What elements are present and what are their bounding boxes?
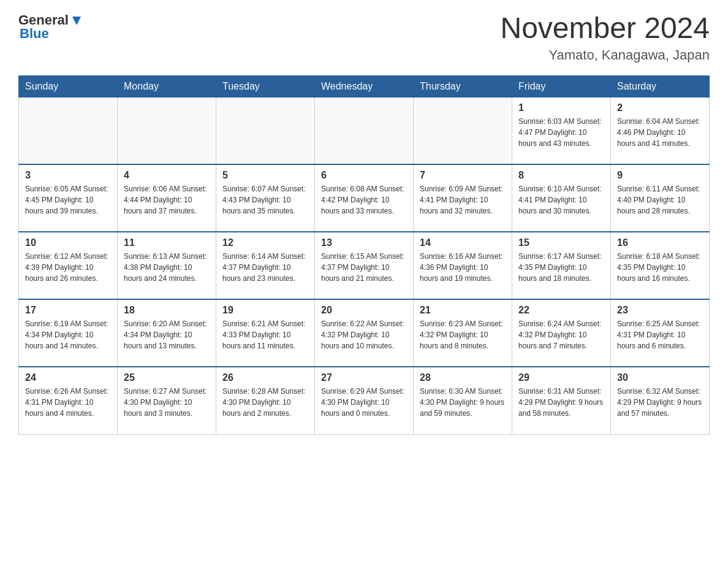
week-row-1: 1Sunrise: 6:03 AM Sunset: 4:47 PM Daylig… [19,97,710,164]
day-number: 9 [617,170,703,181]
calendar-cell: 22Sunrise: 6:24 AM Sunset: 4:32 PM Dayli… [512,299,611,367]
day-info: Sunrise: 6:11 AM Sunset: 4:40 PM Dayligh… [617,183,703,216]
week-row-5: 24Sunrise: 6:26 AM Sunset: 4:31 PM Dayli… [19,367,710,434]
day-info: Sunrise: 6:10 AM Sunset: 4:41 PM Dayligh… [518,183,604,216]
calendar-cell: 10Sunrise: 6:12 AM Sunset: 4:39 PM Dayli… [19,232,118,299]
day-info: Sunrise: 6:26 AM Sunset: 4:31 PM Dayligh… [25,386,111,419]
day-number: 21 [420,305,506,316]
day-number: 5 [222,170,308,181]
calendar-cell [414,97,512,164]
day-info: Sunrise: 6:32 AM Sunset: 4:29 PM Dayligh… [617,386,703,419]
calendar-cell: 17Sunrise: 6:19 AM Sunset: 4:34 PM Dayli… [19,299,118,367]
day-number: 23 [617,305,703,316]
day-info: Sunrise: 6:17 AM Sunset: 4:35 PM Dayligh… [518,251,604,284]
calendar-cell: 23Sunrise: 6:25 AM Sunset: 4:31 PM Dayli… [611,299,710,367]
day-number: 17 [25,305,111,316]
day-info: Sunrise: 6:25 AM Sunset: 4:31 PM Dayligh… [617,318,703,351]
calendar-cell: 3Sunrise: 6:05 AM Sunset: 4:45 PM Daylig… [19,164,118,232]
calendar-cell [19,97,118,164]
day-number: 28 [420,372,506,383]
day-number: 13 [321,237,407,248]
column-header-sunday: Sunday [19,75,118,97]
day-info: Sunrise: 6:31 AM Sunset: 4:29 PM Dayligh… [518,386,604,419]
day-info: Sunrise: 6:18 AM Sunset: 4:35 PM Dayligh… [617,251,703,284]
week-row-3: 10Sunrise: 6:12 AM Sunset: 4:39 PM Dayli… [19,232,710,299]
logo-arrow-icon [70,14,83,28]
calendar-cell: 16Sunrise: 6:18 AM Sunset: 4:35 PM Dayli… [611,232,710,299]
column-header-wednesday: Wednesday [315,75,414,97]
column-header-tuesday: Tuesday [216,75,315,97]
day-info: Sunrise: 6:08 AM Sunset: 4:42 PM Dayligh… [321,183,407,216]
column-header-friday: Friday [512,75,611,97]
day-info: Sunrise: 6:05 AM Sunset: 4:45 PM Dayligh… [25,183,111,216]
day-info: Sunrise: 6:15 AM Sunset: 4:37 PM Dayligh… [321,251,407,284]
day-info: Sunrise: 6:16 AM Sunset: 4:36 PM Dayligh… [420,251,506,284]
day-number: 25 [124,372,210,383]
day-info: Sunrise: 6:14 AM Sunset: 4:37 PM Dayligh… [222,251,308,284]
column-header-thursday: Thursday [414,75,512,97]
day-info: Sunrise: 6:20 AM Sunset: 4:34 PM Dayligh… [124,318,210,351]
calendar-cell: 28Sunrise: 6:30 AM Sunset: 4:30 PM Dayli… [414,367,512,434]
calendar-cell: 12Sunrise: 6:14 AM Sunset: 4:37 PM Dayli… [216,232,315,299]
calendar-subtitle: Yamato, Kanagawa, Japan [500,47,710,63]
day-info: Sunrise: 6:13 AM Sunset: 4:38 PM Dayligh… [124,251,210,284]
calendar-cell: 24Sunrise: 6:26 AM Sunset: 4:31 PM Dayli… [19,367,118,434]
page-header: General Blue November 2024 Yamato, Kanag… [18,12,710,63]
day-number: 15 [518,237,604,248]
calendar-cell: 7Sunrise: 6:09 AM Sunset: 4:41 PM Daylig… [414,164,512,232]
calendar-cell: 13Sunrise: 6:15 AM Sunset: 4:37 PM Dayli… [315,232,414,299]
day-info: Sunrise: 6:27 AM Sunset: 4:30 PM Dayligh… [124,386,210,419]
day-number: 10 [25,237,111,248]
calendar-cell: 15Sunrise: 6:17 AM Sunset: 4:35 PM Dayli… [512,232,611,299]
day-number: 14 [420,237,506,248]
day-number: 7 [420,170,506,181]
day-number: 6 [321,170,407,181]
calendar-cell: 18Sunrise: 6:20 AM Sunset: 4:34 PM Dayli… [118,299,216,367]
day-info: Sunrise: 6:22 AM Sunset: 4:32 PM Dayligh… [321,318,407,351]
calendar-cell: 27Sunrise: 6:29 AM Sunset: 4:30 PM Dayli… [315,367,414,434]
day-info: Sunrise: 6:23 AM Sunset: 4:32 PM Dayligh… [420,318,506,351]
day-info: Sunrise: 6:29 AM Sunset: 4:30 PM Dayligh… [321,386,407,419]
column-header-saturday: Saturday [611,75,710,97]
day-info: Sunrise: 6:03 AM Sunset: 4:47 PM Dayligh… [518,116,604,149]
calendar-cell: 9Sunrise: 6:11 AM Sunset: 4:40 PM Daylig… [611,164,710,232]
calendar-cell: 1Sunrise: 6:03 AM Sunset: 4:47 PM Daylig… [512,97,611,164]
day-number: 27 [321,372,407,383]
day-number: 30 [617,372,703,383]
logo-blue-text: Blue [20,26,49,42]
day-info: Sunrise: 6:12 AM Sunset: 4:39 PM Dayligh… [25,251,111,284]
logo: General Blue [18,12,83,42]
calendar-cell: 26Sunrise: 6:28 AM Sunset: 4:30 PM Dayli… [216,367,315,434]
day-info: Sunrise: 6:19 AM Sunset: 4:34 PM Dayligh… [25,318,111,351]
column-header-monday: Monday [118,75,216,97]
day-number: 22 [518,305,604,316]
calendar-cell: 20Sunrise: 6:22 AM Sunset: 4:32 PM Dayli… [315,299,414,367]
day-info: Sunrise: 6:28 AM Sunset: 4:30 PM Dayligh… [222,386,308,419]
title-container: November 2024 Yamato, Kanagawa, Japan [500,12,710,63]
svg-marker-0 [72,17,81,25]
day-info: Sunrise: 6:30 AM Sunset: 4:30 PM Dayligh… [420,386,506,419]
calendar-cell: 21Sunrise: 6:23 AM Sunset: 4:32 PM Dayli… [414,299,512,367]
day-number: 1 [518,102,604,113]
calendar-cell: 4Sunrise: 6:06 AM Sunset: 4:44 PM Daylig… [118,164,216,232]
day-number: 19 [222,305,308,316]
calendar-cell: 30Sunrise: 6:32 AM Sunset: 4:29 PM Dayli… [611,367,710,434]
week-row-2: 3Sunrise: 6:05 AM Sunset: 4:45 PM Daylig… [19,164,710,232]
day-info: Sunrise: 6:06 AM Sunset: 4:44 PM Dayligh… [124,183,210,216]
day-number: 11 [124,237,210,248]
day-info: Sunrise: 6:09 AM Sunset: 4:41 PM Dayligh… [420,183,506,216]
day-info: Sunrise: 6:24 AM Sunset: 4:32 PM Dayligh… [518,318,604,351]
day-number: 29 [518,372,604,383]
calendar-cell: 14Sunrise: 6:16 AM Sunset: 4:36 PM Dayli… [414,232,512,299]
day-number: 26 [222,372,308,383]
calendar-cell [118,97,216,164]
day-number: 4 [124,170,210,181]
calendar-cell: 8Sunrise: 6:10 AM Sunset: 4:41 PM Daylig… [512,164,611,232]
day-number: 16 [617,237,703,248]
day-number: 20 [321,305,407,316]
calendar-cell: 29Sunrise: 6:31 AM Sunset: 4:29 PM Dayli… [512,367,611,434]
day-number: 3 [25,170,111,181]
day-info: Sunrise: 6:04 AM Sunset: 4:46 PM Dayligh… [617,116,703,149]
day-info: Sunrise: 6:07 AM Sunset: 4:43 PM Dayligh… [222,183,308,216]
calendar-cell: 2Sunrise: 6:04 AM Sunset: 4:46 PM Daylig… [611,97,710,164]
